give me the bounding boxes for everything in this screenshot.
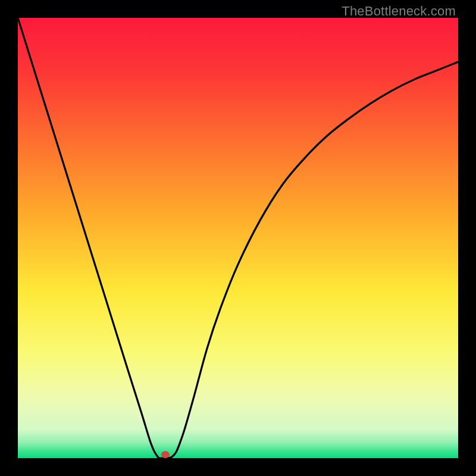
minimum-marker-dot <box>161 451 170 458</box>
curve-layer <box>18 18 458 458</box>
chart-frame: TheBottleneck.com <box>0 0 476 476</box>
watermark-text: TheBottleneck.com <box>342 4 456 19</box>
bottleneck-curve <box>18 18 458 458</box>
plot-area <box>18 18 458 458</box>
